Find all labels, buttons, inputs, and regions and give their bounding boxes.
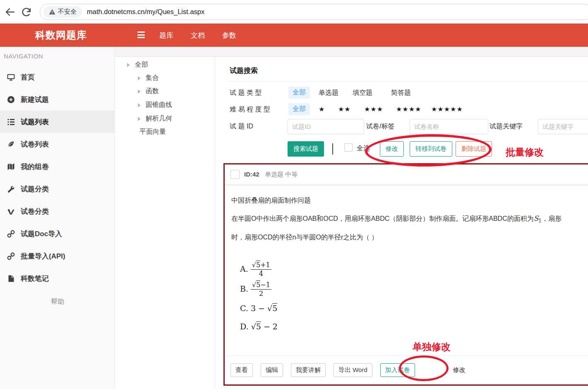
type-filter-single-choice[interactable]: 单选题: [319, 89, 338, 97]
difficulty-5-star[interactable]: ★★★★★: [431, 105, 463, 113]
tree-item-label: 圆锥曲线: [146, 101, 172, 109]
search-button[interactable]: 搜索试题: [288, 141, 324, 157]
list-icon: [6, 118, 16, 126]
question-meta: 单选题 中等: [265, 171, 298, 179]
security-badge-label: 不安全: [58, 8, 77, 16]
id-label: 试 题 ID: [230, 122, 253, 131]
sidebar: NAVIGATION 首页 新建试题 试题列表 试卷列表 我的组卷 试题分类 试…: [0, 47, 115, 389]
nav-item-canshu[interactable]: 参数: [222, 31, 236, 40]
question-id-input[interactable]: [288, 119, 364, 134]
option-d: D. √5 − 2: [240, 322, 278, 331]
url-bar[interactable]: 不安全 math.dotnetcms.cn/my/Ques_List.aspx: [40, 4, 588, 20]
filter-row-inputs: 试 题 ID 试卷/标签 试题关键字: [215, 119, 588, 135]
sidebar-item-label: 我的组卷: [21, 162, 49, 172]
sidebar-item-notes[interactable]: 科数笔记: [0, 267, 115, 290]
file-icon: [6, 275, 16, 283]
difficulty-1-star[interactable]: ★: [319, 105, 325, 113]
question-title: 中国折叠扇的扇面制作问题: [231, 196, 311, 205]
sidebar-item-doc-import[interactable]: 试题Doc导入: [0, 222, 115, 245]
sidebar-item-label: 批量导入(API): [21, 251, 65, 261]
nav-item-tiku[interactable]: 题库: [159, 31, 173, 40]
sidebar-item-paper-category[interactable]: 试卷分类: [0, 200, 115, 222]
option-label: A.: [240, 264, 248, 273]
modify-button[interactable]: 修改: [449, 364, 470, 377]
explain-button[interactable]: 我要讲解: [291, 363, 326, 377]
type-filter-short-answer[interactable]: 简答题: [391, 89, 411, 97]
sidebar-item-question-list[interactable]: 试题列表: [0, 111, 115, 133]
divider: [226, 81, 588, 82]
sidebar-item-label: 科数笔记: [21, 274, 49, 283]
difficulty-3-star[interactable]: ★★★: [364, 105, 383, 113]
back-icon[interactable]: [4, 6, 16, 18]
v-icon: [6, 208, 16, 215]
chevron-right-icon[interactable]: [138, 103, 141, 107]
paper-name-input[interactable]: [410, 119, 488, 134]
question-checkbox[interactable]: [230, 170, 240, 179]
edit-button[interactable]: 编辑: [261, 363, 283, 377]
difficulty-4-star[interactable]: ★★★★: [396, 105, 421, 113]
nav-item-wendang[interactable]: 文档: [191, 31, 205, 40]
difficulty-2-star[interactable]: ★★: [338, 105, 351, 113]
page: 不安全 math.dotnetcms.cn/my/Ques_List.aspx …: [0, 0, 588, 389]
option-label: C.: [240, 304, 248, 313]
select-all-checkbox[interactable]: [344, 143, 353, 152]
add-to-paper-button[interactable]: 加入试卷: [380, 363, 415, 377]
browser-bar: 不安全 math.dotnetcms.cn/my/Ques_List.aspx: [0, 0, 588, 24]
sidebar-item-my-papers[interactable]: 我的组卷: [0, 155, 115, 178]
chevron-right-icon[interactable]: [138, 117, 141, 121]
filter-row-difficulty: 难 易 程 度 型 全部 ★ ★★ ★★★ ★★★★ ★★★★★: [215, 103, 588, 116]
link-icon: [6, 230, 16, 238]
wrench-icon: [6, 185, 16, 193]
difficulty-label: 难 易 程 度 型: [230, 105, 270, 114]
link-icon: [6, 252, 16, 260]
transfer-to-paper-button[interactable]: 转移到试卷: [410, 141, 452, 157]
sidebar-item-paper-list[interactable]: 试卷列表: [0, 133, 115, 155]
view-button[interactable]: 查看: [230, 363, 253, 377]
sidebar-item-label: 试题列表: [21, 117, 49, 127]
difficulty-filter-all[interactable]: 全部: [288, 103, 310, 115]
refresh-icon[interactable]: [21, 6, 32, 18]
sidebar-item-api-import[interactable]: 批量导入(API): [0, 245, 115, 267]
tree-item-analytic-geometry[interactable]: 解析几何: [138, 114, 172, 123]
chevron-right-icon[interactable]: [138, 89, 141, 94]
category-tree: 全部 集合 函数 圆锥曲线 解析几何 平面向量: [115, 56, 215, 389]
sidebar-item-label: 新建试题: [21, 95, 49, 104]
sidebar-item-label: 试卷分类: [21, 207, 49, 216]
tree-item-label: 集合: [146, 74, 159, 82]
sidebar-item-label: 试卷列表: [21, 140, 49, 149]
tree-item-set[interactable]: 集合: [138, 74, 159, 82]
delete-question-button[interactable]: 删除试题: [456, 141, 492, 157]
warning-triangle-icon: [49, 9, 55, 15]
option-b: B.√5−12: [240, 281, 271, 298]
tree-item-conic[interactable]: 圆锥曲线: [138, 101, 172, 109]
leaf-icon: [6, 140, 16, 148]
site-logo[interactable]: 科数网题库: [35, 24, 87, 47]
option-a: A.√5+14: [240, 261, 271, 278]
option-label: B.: [240, 284, 248, 293]
sidebar-item-new-question[interactable]: 新建试题: [0, 88, 115, 111]
tree-item-all[interactable]: 全部: [127, 60, 148, 69]
type-filter-fill-blank[interactable]: 填空题: [353, 89, 372, 97]
question-card: ID:42 单选题 中等 中国折叠扇的扇面制作问题 在半圆O中作出两个扇形OAB…: [223, 163, 588, 386]
top-nav: 题库 文档 参数: [159, 24, 236, 47]
chevron-right-icon[interactable]: [138, 76, 141, 80]
question-card-footer: 查看 编辑 我要讲解 导出 Word 加入试卷 修改: [225, 355, 588, 384]
main-panel: 试题搜索 试 题 类 型 全部 单选题 填空题 简答题 难 易 程 度 型 全部…: [215, 56, 588, 389]
batch-modify-button[interactable]: 修改: [380, 141, 404, 157]
tree-item-function[interactable]: 函数: [138, 87, 159, 96]
export-word-button[interactable]: 导出 Word: [334, 363, 372, 377]
help-link[interactable]: 帮助: [0, 297, 115, 306]
security-badge[interactable]: 不安全: [43, 6, 82, 18]
chevron-right-icon[interactable]: [127, 63, 130, 67]
type-filter-all[interactable]: 全部: [288, 87, 310, 99]
sidebar-item-label: 试题分类: [21, 184, 49, 194]
tree-item-plane-vector[interactable]: 平面向量: [139, 128, 166, 136]
sidebar-item-label: 首页: [21, 72, 35, 82]
sidebar-section-label: NAVIGATION: [4, 53, 43, 60]
sidebar-item-home[interactable]: 首页: [0, 66, 115, 88]
option-label: D.: [240, 322, 249, 331]
sidebar-item-question-category[interactable]: 试题分类: [0, 178, 115, 200]
hamburger-menu-icon[interactable]: [137, 31, 145, 40]
tree-item-label: 解析几何: [146, 114, 172, 123]
keyword-input[interactable]: [538, 119, 588, 134]
